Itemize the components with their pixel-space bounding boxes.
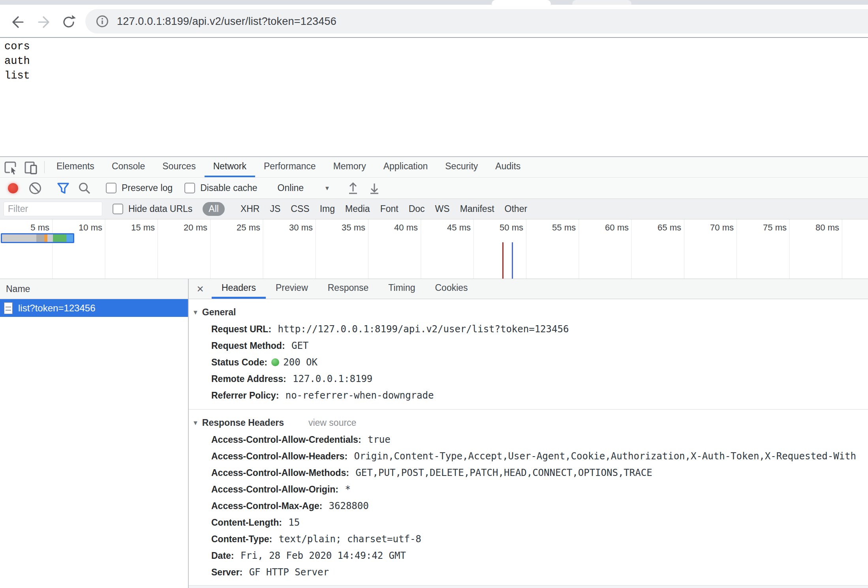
inactive-tab-notch[interactable]: [572, 0, 631, 5]
detail-tab-preview[interactable]: Preview: [266, 279, 318, 299]
reload-icon: [60, 13, 77, 31]
throttling-dropdown[interactable]: Online ▼: [278, 183, 330, 193]
filter-chip-other[interactable]: Other: [505, 204, 528, 214]
timeline-tick: 65 ms: [658, 223, 681, 233]
timeline-tick: 60 ms: [605, 223, 629, 233]
name-column-header[interactable]: Name: [0, 279, 188, 299]
header-name: Status Code:: [211, 357, 267, 367]
header-row: Content-Length: 15: [189, 514, 868, 531]
header-value: 3628800: [329, 500, 369, 511]
waterfall-queueing-segment: [2, 234, 36, 242]
timeline-tick: 55 ms: [552, 223, 576, 233]
request-waterfall-bar: [1, 233, 74, 243]
hide-data-urls-checkbox[interactable]: [113, 204, 123, 214]
tab-security[interactable]: Security: [436, 157, 487, 177]
filter-chip-ws[interactable]: WS: [435, 204, 450, 214]
general-section-header[interactable]: ▼ General: [192, 307, 868, 318]
triangle-down-icon: ▼: [192, 309, 199, 316]
request-row-selected[interactable]: list?token=123456: [0, 299, 188, 317]
browser-toolbar: 127.0.0.1:8199/api.v2/user/list?token=12…: [0, 5, 868, 38]
url-text: 127.0.0.1:8199/api.v2/user/list?token=12…: [117, 15, 336, 28]
detail-tab-response[interactable]: Response: [318, 279, 379, 299]
close-detail-button[interactable]: ×: [189, 279, 212, 299]
tab-sources[interactable]: Sources: [154, 157, 204, 177]
filter-chip-doc[interactable]: Doc: [409, 204, 425, 214]
inspect-element-button[interactable]: [0, 157, 21, 177]
detail-tab-timing[interactable]: Timing: [378, 279, 425, 299]
detail-tabbar: × Headers Preview Response Timing Cookie…: [189, 279, 868, 299]
timeline-tick: 70 ms: [710, 223, 734, 233]
info-icon[interactable]: [96, 15, 109, 28]
header-row: Access-Control-Allow-Credentials: true: [189, 431, 868, 448]
header-value: http://127.0.0.1:8199/api.v2/user/list?t…: [278, 324, 569, 335]
preserve-log-checkbox[interactable]: [106, 183, 116, 193]
active-tab-notch[interactable]: [492, 0, 551, 5]
tab-elements[interactable]: Elements: [48, 157, 103, 177]
hide-data-urls-label: Hide data URLs: [128, 204, 192, 214]
search-icon[interactable]: [76, 180, 93, 197]
tab-audits[interactable]: Audits: [487, 157, 529, 177]
waterfall-waiting-segment: [53, 234, 66, 242]
filter-chip-css[interactable]: CSS: [291, 204, 309, 214]
clear-requests-icon[interactable]: [27, 180, 43, 197]
header-name: Access-Control-Max-Age:: [211, 501, 322, 511]
waterfall-stalled-segment: [36, 234, 44, 242]
header-value: 200 OK: [283, 357, 318, 368]
header-value: GF HTTP Server: [249, 567, 329, 578]
filter-chip-js[interactable]: JS: [270, 204, 280, 214]
detail-tab-headers[interactable]: Headers: [212, 279, 266, 299]
filter-funnel-icon[interactable]: [55, 180, 71, 197]
forward-arrow-icon: [36, 13, 53, 31]
triangle-down-icon: ▼: [192, 419, 199, 427]
filter-input[interactable]: [4, 202, 102, 216]
disable-cache-checkbox[interactable]: [184, 183, 195, 193]
tab-memory[interactable]: Memory: [325, 157, 375, 177]
import-har-icon[interactable]: [345, 180, 361, 197]
reload-button[interactable]: [60, 13, 77, 31]
filter-chip-media[interactable]: Media: [345, 204, 370, 214]
tab-performance[interactable]: Performance: [255, 157, 325, 177]
filter-chip-all[interactable]: All: [203, 202, 225, 216]
tab-network[interactable]: Network: [205, 157, 255, 177]
device-toolbar-button[interactable]: [21, 157, 41, 177]
timeline-tick: 80 ms: [815, 223, 839, 233]
detail-tab-cookies[interactable]: Cookies: [425, 279, 478, 299]
network-overview-timeline[interactable]: 5 ms 10 ms 15 ms 20 ms 25 ms 30 ms 35 ms…: [0, 219, 868, 279]
timeline-tick: 5 ms: [30, 223, 49, 233]
timeline-tick: 15 ms: [131, 223, 155, 233]
header-name: Access-Control-Allow-Origin:: [211, 484, 338, 494]
header-row: Status Code: 200 OK: [189, 354, 868, 371]
timeline-tick: 40 ms: [394, 223, 418, 233]
timeline-tick: 45 ms: [447, 223, 471, 233]
header-name: Request URL:: [211, 324, 271, 334]
record-button[interactable]: [8, 183, 18, 193]
header-name: Server:: [211, 567, 242, 577]
export-har-icon[interactable]: [366, 180, 383, 197]
waterfall-connect-segment: [44, 234, 47, 242]
forward-button[interactable]: [36, 13, 53, 31]
back-button[interactable]: [9, 13, 26, 31]
header-row: Remote Address: 127.0.0.1:8199: [189, 371, 868, 387]
tab-application[interactable]: Application: [375, 157, 437, 177]
view-source-button[interactable]: view source: [308, 418, 356, 428]
filter-chip-img[interactable]: Img: [320, 204, 335, 214]
filter-chip-xhr[interactable]: XHR: [240, 204, 260, 214]
header-row: Access-Control-Allow-Methods: GET,PUT,PO…: [189, 464, 868, 481]
requests-name-column: Name list?token=123456: [0, 279, 189, 588]
address-bar[interactable]: 127.0.0.1:8199/api.v2/user/list?token=12…: [85, 9, 868, 34]
requests-area: Name list?token=123456 × Headers Preview…: [0, 279, 868, 588]
timeline-tick: 10 ms: [79, 223, 102, 233]
response-headers-section-header[interactable]: ▼ Response Headers view source: [192, 418, 868, 428]
header-value: *: [345, 484, 350, 495]
filter-chip-manifest[interactable]: Manifest: [460, 204, 494, 214]
header-name: Request Method:: [211, 341, 285, 351]
tab-console[interactable]: Console: [103, 157, 154, 177]
filter-chip-font[interactable]: Font: [380, 204, 398, 214]
header-row: Request Method: GET: [189, 337, 868, 354]
page-line: auth: [4, 54, 30, 69]
page-line: list: [4, 69, 30, 83]
page-line: cors: [4, 39, 30, 54]
request-detail-panel: × Headers Preview Response Timing Cookie…: [189, 279, 868, 588]
timeline-tick: 30 ms: [289, 223, 313, 233]
header-value: no-referrer-when-downgrade: [286, 390, 434, 401]
